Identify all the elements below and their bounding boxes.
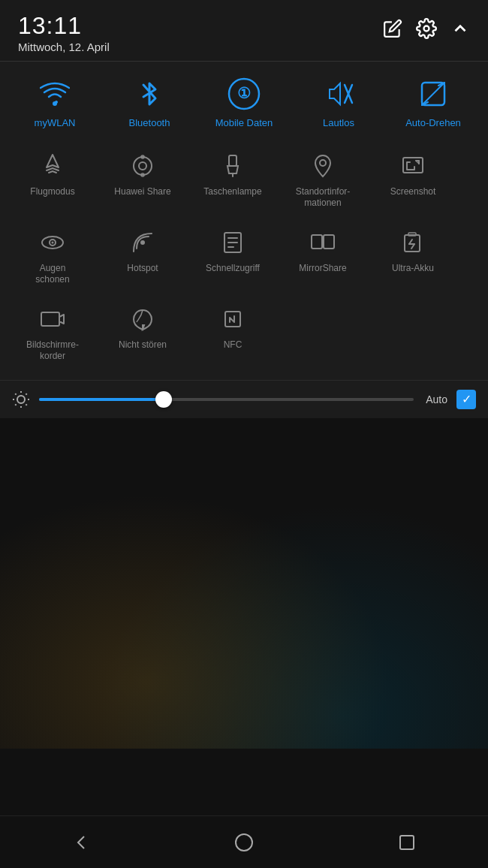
svg-point-22 [140, 240, 145, 245]
bildschirm-rekorder-icon [35, 302, 70, 336]
svg-point-14 [320, 160, 326, 166]
auto-checkbox[interactable]: ✓ [456, 390, 476, 409]
tiles-row-3: Bildschirmre- korder Nicht stören [8, 296, 480, 368]
ultra-akku-icon [396, 225, 430, 260]
tile-mobile-daten[interactable]: ① Mobile Daten [203, 74, 285, 129]
svg-line-7 [422, 83, 444, 105]
tiles-row-2: Augen schonen Hotspot [8, 219, 480, 291]
augen-schonen-icon [35, 225, 70, 260]
tile-huawei-share[interactable]: Huawei Share [98, 143, 188, 215]
tile-mirrorshare[interactable]: MirrorShare [278, 219, 368, 291]
lautlos-icon [318, 74, 359, 114]
svg-point-0 [424, 26, 429, 32]
svg-text:①: ① [237, 85, 251, 101]
svg-line-45 [26, 393, 26, 394]
huawei-share-label: Huawei Share [114, 186, 170, 197]
auto-drehen-label: Auto-Drehen [405, 117, 461, 129]
nfc-label: NFC [224, 339, 242, 351]
recents-button[interactable] [384, 820, 429, 865]
collapse-icon[interactable] [450, 19, 470, 38]
svg-point-9 [139, 162, 146, 170]
time-block: 13:11 Mittwoch, 12. April [18, 14, 110, 53]
svg-point-21 [52, 241, 54, 243]
brightness-track [39, 398, 414, 401]
svg-rect-36 [225, 312, 240, 327]
tile-ultra-akku[interactable]: Ultra-Akku [368, 219, 458, 291]
standort-label: Standortinfor- mationen [296, 186, 351, 209]
svg-rect-47 [400, 836, 414, 849]
edit-icon[interactable] [383, 19, 402, 38]
svg-rect-12 [229, 155, 236, 166]
bluetooth-icon [129, 74, 170, 114]
tile-bildschirm-rekorder[interactable]: Bildschirmre- korder [8, 296, 98, 368]
quick-settings-panel: myWLAN Bluetooth ① Mobile Daten [0, 62, 488, 380]
auto-drehen-icon [413, 74, 453, 114]
huawei-share-icon [125, 149, 160, 183]
status-bar: 13:11 Mittwoch, 12. April [0, 0, 488, 61]
svg-point-8 [134, 157, 152, 175]
tile-wlan[interactable]: myWLAN [14, 74, 96, 129]
mobile-daten-icon: ① [224, 74, 264, 114]
date: Mittwoch, 12. April [18, 41, 110, 53]
svg-line-40 [15, 393, 16, 394]
brightness-row: Auto ✓ [0, 380, 488, 418]
wallpaper [0, 418, 488, 749]
tile-flugmodus[interactable]: Flugmodus [8, 143, 98, 215]
tile-lautlos[interactable]: Lautlos [297, 74, 380, 129]
tile-taschenlampe[interactable]: Taschenlampe [188, 143, 278, 215]
standort-icon [306, 149, 340, 183]
schnellzugriff-label: Schnellzugriff [206, 263, 260, 274]
brightness-fill [39, 398, 163, 401]
taschenlampe-icon [215, 149, 250, 183]
svg-line-41 [26, 404, 26, 405]
augen-schonen-label: Augen schonen [35, 263, 69, 285]
svg-point-46 [236, 834, 252, 851]
hotspot-label: Hotspot [127, 263, 158, 274]
back-button[interactable] [59, 820, 104, 865]
svg-rect-27 [312, 235, 322, 249]
nicht-stören-label: Nicht stören [119, 339, 167, 351]
settings-icon[interactable] [416, 18, 437, 39]
status-icons [383, 18, 470, 39]
wlan-icon [35, 74, 75, 114]
tiles-row-1: Flugmodus Huawei Share [8, 143, 480, 215]
active-tiles-row: myWLAN Bluetooth ① Mobile Daten [8, 74, 480, 129]
tile-screenshot[interactable]: Screenshot [368, 143, 458, 215]
tile-nicht-stören[interactable]: Nicht stören [98, 296, 188, 368]
mirrorshare-icon [306, 225, 340, 260]
svg-rect-35 [41, 312, 59, 326]
mirrorshare-label: MirrorShare [299, 263, 346, 274]
nicht-stören-icon [125, 302, 160, 336]
tile-schnellzugriff[interactable]: Schnellzugriff [188, 219, 278, 291]
flugmodus-label: Flugmodus [30, 186, 74, 197]
tile-bluetooth[interactable]: Bluetooth [108, 74, 191, 129]
svg-point-37 [17, 396, 25, 403]
svg-line-44 [15, 404, 16, 405]
tile-hotspot[interactable]: Hotspot [98, 219, 188, 291]
ultra-akku-label: Ultra-Akku [392, 263, 434, 274]
brightness-slider[interactable] [39, 398, 414, 401]
tile-auto-drehen[interactable]: Auto-Drehen [392, 74, 474, 129]
bluetooth-label: Bluetooth [129, 117, 170, 129]
wlan-label: myWLAN [35, 117, 76, 129]
bildschirm-rekorder-label: Bildschirmre- korder [26, 339, 79, 362]
screenshot-icon [396, 149, 430, 183]
tile-augen-schonen[interactable]: Augen schonen [8, 219, 98, 291]
svg-point-1 [53, 101, 57, 106]
tile-nfc[interactable]: NFC [188, 296, 278, 368]
nfc-icon [215, 302, 250, 336]
svg-rect-28 [324, 235, 334, 249]
auto-label: Auto [426, 393, 447, 405]
home-button[interactable] [221, 820, 267, 865]
taschenlampe-label: Taschenlampe [203, 186, 261, 197]
clock: 13:11 [18, 14, 110, 38]
lautlos-label: Lautlos [323, 117, 354, 129]
nav-bar [0, 815, 488, 868]
schnellzugriff-icon [215, 225, 250, 260]
brightness-thumb[interactable] [155, 391, 172, 408]
hotspot-icon [125, 225, 160, 260]
tiles-grid: Flugmodus Huawei Share [8, 143, 480, 368]
flugmodus-icon [35, 149, 70, 183]
tile-standort[interactable]: Standortinfor- mationen [278, 143, 368, 215]
mobile-daten-label: Mobile Daten [215, 117, 273, 129]
